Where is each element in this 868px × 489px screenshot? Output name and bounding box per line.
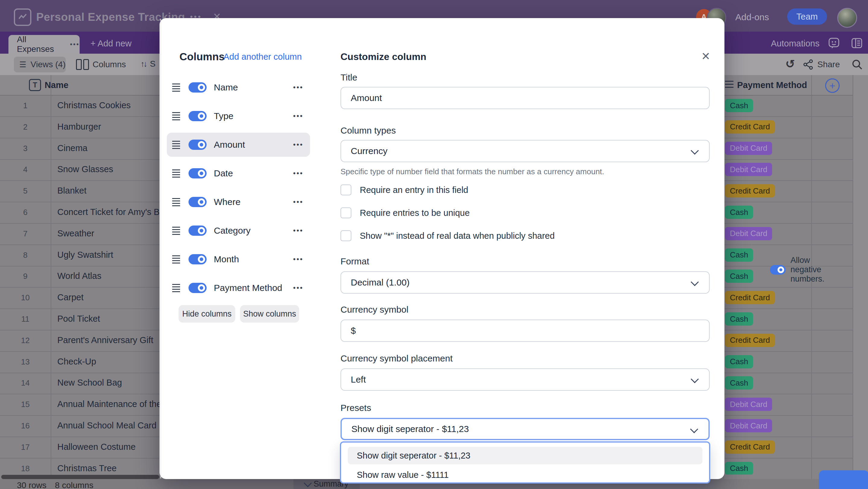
drag-handle-icon[interactable] [172,198,180,206]
show-columns-button[interactable]: Show columns [240,305,299,323]
column-options-icon[interactable]: ••• [293,83,303,92]
payment-badge[interactable]: Credit Card [725,120,775,134]
drag-handle-icon[interactable] [172,112,180,120]
column-visibility-toggle[interactable] [188,111,207,121]
column-visibility-toggle[interactable] [188,197,207,207]
payment-badge[interactable]: Cash [725,355,753,368]
payment-badge[interactable]: Debit Card [725,419,772,432]
allow-negative-toggle[interactable] [770,265,786,275]
save-button[interactable] [819,470,868,489]
side-panel-icon[interactable] [851,37,863,49]
name-cell[interactable]: Concert Ticket for Amy's Bi [57,207,162,217]
column-visibility-toggle[interactable] [188,226,207,236]
name-cell[interactable]: Annual School Meal Card [57,421,157,430]
payment-badge[interactable]: Credit Card [725,441,775,454]
column-options-icon[interactable]: ••• [293,198,303,206]
drag-handle-icon[interactable] [172,169,180,177]
name-cell[interactable]: Annual Maintenance of the [57,399,161,409]
currency-symbol-input[interactable]: $ [341,320,710,342]
name-cell[interactable]: Christmas Tree [57,463,117,473]
name-cell[interactable]: World Atlas [57,271,101,281]
checkbox[interactable] [341,230,351,241]
name-cell[interactable]: Blanket [57,186,87,196]
payment-badge[interactable]: Debit Card [725,398,772,411]
undo-button[interactable]: ↺ [785,57,795,70]
payment-badge[interactable]: Cash [725,376,753,390]
name-cell[interactable]: Sweather [57,229,94,238]
column-options-icon[interactable]: ••• [293,226,303,235]
add-new-tab-button[interactable]: + Add new [91,39,131,48]
columns-toolbar-button[interactable]: Columns [76,59,126,70]
column-toggle-row-where[interactable]: Where••• [167,190,310,214]
payment-badge[interactable]: Cash [725,462,753,475]
payment-badge[interactable]: Credit Card [725,334,775,347]
column-toggle-row-category[interactable]: Category••• [167,219,310,243]
name-cell[interactable]: Check-Up [57,357,96,367]
addons-button[interactable]: Add-ons [735,12,769,22]
column-visibility-toggle[interactable] [188,254,207,264]
column-toggle-row-month[interactable]: Month••• [167,247,310,271]
column-visibility-toggle[interactable] [188,82,207,93]
column-visibility-toggle[interactable] [188,139,207,150]
payment-badge[interactable]: Cash [725,312,753,326]
drag-handle-icon[interactable] [172,141,180,149]
name-cell[interactable]: Hamburger [57,122,101,132]
horizontal-scrollbar[interactable] [1,475,159,479]
drag-handle-icon[interactable] [172,255,180,263]
column-visibility-toggle[interactable] [188,283,207,293]
payment-badge[interactable]: Cash [725,206,753,219]
payment-badge[interactable]: Credit Card [725,291,775,304]
drag-handle-icon[interactable] [172,284,180,292]
tab-all-expenses[interactable]: All Expenses ••• [8,35,80,54]
close-icon[interactable]: ✕ [701,50,710,63]
option-checkbox-row[interactable]: Require entries to be unique [341,207,470,218]
tab-menu-icon[interactable]: ••• [70,40,80,48]
name-cell[interactable]: Halloween Costume [57,442,136,452]
search-icon[interactable] [851,59,863,70]
column-toggle-row-date[interactable]: Date••• [167,161,310,186]
user-avatar[interactable] [837,8,857,28]
checkbox[interactable] [341,207,351,218]
name-cell[interactable]: Christmas Cookies [57,100,131,110]
column-options-icon[interactable]: ••• [293,140,303,149]
payment-badge[interactable]: Cash [725,99,753,112]
payment-badge[interactable]: Cash [725,249,753,262]
automations-button[interactable]: Automations [771,39,819,48]
add-column-button[interactable]: + [825,78,840,93]
column-visibility-toggle[interactable] [188,168,207,178]
checkbox[interactable] [341,185,351,195]
hide-columns-button[interactable]: Hide columns [179,305,235,323]
column-type-select[interactable]: Currency [341,140,710,162]
preset-option[interactable]: Show digit seperator - $11,23 [348,447,703,464]
option-checkbox-row[interactable]: Require an entry in this field [341,185,468,195]
name-cell[interactable]: Ugly Swatshirt [57,250,113,260]
name-cell[interactable]: New School Bag [57,378,122,388]
payment-badge[interactable]: Cash [725,269,753,283]
payment-badge[interactable]: Debit Card [725,227,772,240]
drag-handle-icon[interactable] [172,84,180,92]
preset-option[interactable]: Show raw value - $1111 [348,466,703,484]
placement-select[interactable]: Left [341,368,710,391]
views-button[interactable]: ☰ Views (4) [14,57,66,72]
column-options-icon[interactable]: ••• [293,284,303,292]
name-cell[interactable]: Pool Ticket [57,314,100,324]
column-header-payment-method[interactable]: Payment Method [737,80,807,90]
add-another-column-link[interactable]: Add another column [223,52,302,62]
payment-badge[interactable]: Debit Card [725,163,772,176]
column-options-icon[interactable]: ••• [293,169,303,177]
sort-toolbar-button[interactable]: ↑↓ S [141,59,156,69]
column-toggle-row-type[interactable]: Type••• [167,104,310,128]
drag-handle-icon[interactable] [172,227,180,235]
column-options-icon[interactable]: ••• [293,255,303,263]
column-options-icon[interactable]: ••• [293,112,303,120]
title-input[interactable]: Amount [341,87,710,109]
column-header-name[interactable]: Name [44,80,68,90]
format-select[interactable]: Decimal (1.00) [341,271,710,294]
share-button[interactable]: Share [803,59,840,70]
payment-badge[interactable]: Credit Card [725,184,775,197]
option-checkbox-row[interactable]: Show "*" instead of real data when publi… [341,230,555,241]
name-cell[interactable]: Snow Glasses [57,164,113,174]
payment-column-menu-icon[interactable] [725,81,734,88]
team-button[interactable]: Team [787,8,827,25]
payment-badge[interactable]: Debit Card [725,142,772,155]
